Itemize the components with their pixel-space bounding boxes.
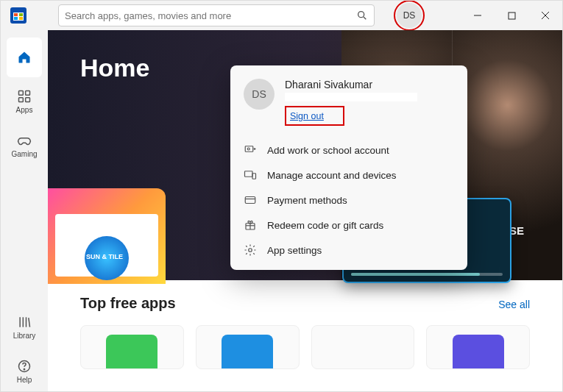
- svg-point-0: [358, 12, 364, 18]
- flyout-user-name: Dharani Sivakumar: [285, 79, 454, 90]
- help-icon: [17, 359, 32, 374]
- window-controls: [461, 1, 562, 30]
- svg-line-13: [29, 318, 30, 327]
- sidebar-item-label: Library: [13, 332, 36, 340]
- store-logo: [1, 7, 36, 24]
- profile-button[interactable]: DS: [397, 3, 422, 28]
- flyout-item-manage-account[interactable]: Manage account and devices: [230, 163, 467, 188]
- sidebar-item-label: Help: [17, 376, 32, 384]
- gear-icon: [244, 243, 257, 257]
- app-card[interactable]: [426, 325, 530, 369]
- sidebar-item-help[interactable]: Help: [7, 352, 42, 391]
- sidebar-item-apps[interactable]: Apps: [7, 82, 42, 121]
- svg-point-15: [24, 369, 24, 370]
- flyout-item-label: Redeem code or gift cards: [267, 220, 383, 231]
- flyout-item-payment[interactable]: Payment methods: [230, 188, 467, 213]
- svg-rect-9: [26, 98, 30, 102]
- see-all-link[interactable]: See all: [498, 299, 530, 310]
- section-title: Top free apps: [80, 295, 176, 312]
- flyout-item-settings[interactable]: App settings: [230, 238, 467, 263]
- gaming-icon: [17, 133, 32, 148]
- search-icon[interactable]: [356, 10, 368, 21]
- profile-flyout: DS Dharani Sivakumar Sign out Add work o…: [230, 65, 467, 270]
- svg-rect-20: [245, 197, 255, 204]
- close-button[interactable]: [528, 1, 562, 30]
- sign-out-link[interactable]: Sign out: [288, 110, 325, 122]
- maximize-button[interactable]: [495, 1, 528, 30]
- svg-line-1: [364, 17, 366, 19]
- sidebar-item-label: Apps: [16, 106, 33, 114]
- flyout-user-email-redacted: [285, 93, 417, 101]
- devices-icon: [244, 168, 257, 182]
- apps-icon: [17, 89, 32, 104]
- flyout-item-add-account[interactable]: Add work or school account: [230, 138, 467, 163]
- svg-rect-8: [19, 98, 24, 102]
- flyout-avatar: DS: [244, 79, 275, 110]
- svg-point-17: [247, 148, 249, 150]
- gamepass-progress: [351, 273, 503, 276]
- content-area: Home SUN & TILE TOMORROW WAR AMAZON ORIG…: [48, 30, 562, 391]
- flyout-item-label: Add work or school account: [267, 145, 389, 156]
- svg-rect-6: [19, 91, 24, 96]
- search-input[interactable]: [65, 10, 356, 21]
- app-card[interactable]: [311, 325, 415, 369]
- sidebar-item-home[interactable]: [7, 38, 42, 77]
- payment-icon: [244, 193, 257, 207]
- home-icon: [17, 50, 32, 65]
- flyout-item-redeem[interactable]: Redeem code or gift cards: [230, 213, 467, 238]
- app-card[interactable]: [80, 325, 184, 369]
- sidebar-item-label: Gaming: [11, 150, 37, 158]
- svg-point-25: [249, 249, 252, 252]
- library-icon: [17, 315, 32, 329]
- svg-rect-3: [509, 13, 515, 19]
- sidebar-item-gaming[interactable]: Gaming: [7, 126, 42, 165]
- search-box[interactable]: [58, 4, 375, 26]
- app-card[interactable]: [196, 325, 300, 369]
- svg-rect-19: [252, 174, 256, 179]
- spotlight-card-label: SUN & TILE: [86, 253, 123, 260]
- svg-rect-16: [245, 146, 253, 152]
- sidebar: Apps Gaming Library Help: [1, 30, 48, 391]
- spotlight-card-left[interactable]: SUN & TILE: [48, 188, 166, 284]
- page-title: Home: [80, 54, 149, 82]
- svg-rect-18: [245, 171, 253, 177]
- svg-rect-7: [26, 91, 30, 96]
- titlebar: DS: [1, 1, 562, 30]
- flyout-item-label: App settings: [267, 245, 322, 256]
- flyout-item-label: Payment methods: [267, 195, 347, 206]
- top-free-apps-section: Top free apps See all: [48, 280, 562, 369]
- flyout-item-label: Manage account and devices: [267, 170, 397, 181]
- minimize-button[interactable]: [461, 1, 495, 30]
- sidebar-item-library[interactable]: Library: [7, 307, 42, 347]
- add-account-icon: [244, 143, 257, 157]
- gift-icon: [244, 218, 257, 232]
- store-icon: [10, 7, 26, 24]
